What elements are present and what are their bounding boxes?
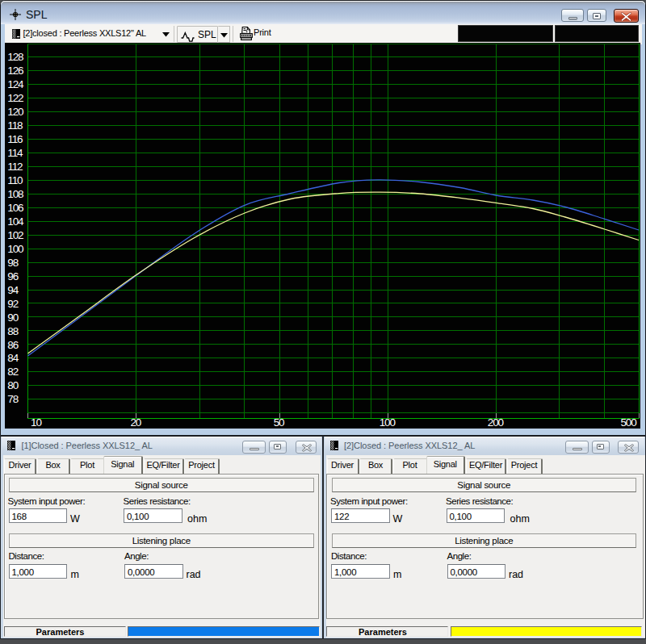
svg-text:500: 500 xyxy=(620,416,636,429)
svg-text:88: 88 xyxy=(7,325,18,337)
svg-text:100: 100 xyxy=(7,243,23,255)
svg-text:106: 106 xyxy=(7,202,23,214)
svg-text:96: 96 xyxy=(7,270,18,282)
svg-text:126: 126 xyxy=(7,65,23,77)
svg-text:50: 50 xyxy=(274,416,284,429)
svg-text:92: 92 xyxy=(7,298,18,310)
svg-text:98: 98 xyxy=(7,257,18,269)
svg-text:116: 116 xyxy=(7,133,23,145)
svg-text:78: 78 xyxy=(7,393,18,405)
svg-text:122: 122 xyxy=(7,92,23,104)
svg-text:104: 104 xyxy=(7,215,24,228)
svg-text:200: 200 xyxy=(488,416,504,429)
svg-text:108: 108 xyxy=(7,188,23,200)
svg-text:114: 114 xyxy=(7,147,23,159)
svg-text:10: 10 xyxy=(31,416,41,429)
svg-text:86: 86 xyxy=(7,339,18,351)
svg-text:120: 120 xyxy=(7,106,23,118)
svg-text:90: 90 xyxy=(7,312,18,324)
svg-text:84: 84 xyxy=(7,352,19,364)
svg-text:82: 82 xyxy=(7,366,18,378)
svg-text:100: 100 xyxy=(380,416,396,429)
svg-text:94: 94 xyxy=(7,284,19,296)
svg-text:118: 118 xyxy=(7,119,23,132)
svg-text:128: 128 xyxy=(7,51,23,63)
svg-text:112: 112 xyxy=(7,161,23,173)
svg-text:20: 20 xyxy=(130,416,141,429)
svg-text:110: 110 xyxy=(7,174,23,186)
svg-text:102: 102 xyxy=(7,229,23,241)
svg-text:124: 124 xyxy=(7,78,24,90)
svg-text:80: 80 xyxy=(7,379,18,391)
